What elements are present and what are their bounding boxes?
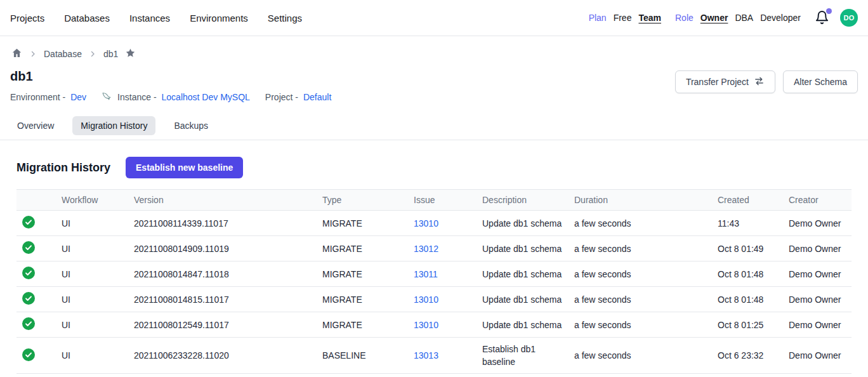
tab-backups[interactable]: Backups: [166, 116, 216, 135]
col-type: Type: [317, 190, 409, 211]
table-row[interactable]: UI 20211006233228.11020 BASELINE 13013 E…: [16, 338, 852, 374]
instance-link[interactable]: Localhost Dev MySQL: [162, 92, 250, 102]
table-header: Workflow Version Type Issue Description …: [16, 190, 852, 211]
issue-link[interactable]: 13010: [414, 218, 438, 228]
environment-link[interactable]: Dev: [70, 92, 86, 102]
transfer-project-button[interactable]: Transfer Project: [675, 70, 775, 93]
creator-cell: Demo Owner: [784, 211, 852, 236]
notification-button[interactable]: [815, 10, 830, 25]
nav-right: Plan Free Team Role Owner DBA Developer …: [589, 9, 858, 27]
issue-link[interactable]: 13012: [414, 244, 438, 254]
issue-link[interactable]: 13013: [414, 350, 438, 360]
duration-value: a few seconds: [574, 320, 631, 330]
establish-baseline-button[interactable]: Establish new baseline: [126, 157, 243, 178]
user-avatar[interactable]: DO: [840, 9, 858, 27]
swap-arrows-icon: [754, 76, 765, 88]
plan-label: Plan: [589, 13, 607, 23]
role-option-dba[interactable]: DBA: [735, 13, 753, 23]
col-description: Description: [477, 190, 569, 211]
created-value: Oct 6 23:32: [718, 350, 763, 360]
database-header-left: db1 Environment - Dev Instance - Localho…: [10, 69, 331, 103]
duration-value: a few seconds: [574, 244, 631, 254]
creator-value: Demo Owner: [789, 244, 841, 254]
issue-link[interactable]: 13010: [414, 294, 438, 305]
table-row[interactable]: UI 20211008014909.11019 MIGRATE 13012 Up…: [16, 236, 852, 261]
notification-dot: [826, 8, 832, 14]
nav-item-environments[interactable]: Environments: [190, 13, 248, 23]
workflow-cell: UI: [56, 338, 129, 374]
creator-value: Demo Owner: [789, 294, 841, 305]
status-cell: [16, 287, 56, 312]
version-cell: 20211008014909.11019: [129, 236, 317, 261]
created-cell: Oct 8 01:49: [713, 236, 784, 261]
nav-item-databases[interactable]: Databases: [64, 13, 110, 23]
alter-schema-button[interactable]: Alter Schema: [783, 70, 858, 93]
table-row[interactable]: UI 20211008014815.11017 MIGRATE 13010 Up…: [16, 287, 852, 312]
database-meta: Environment - Dev Instance - Localhost D…: [10, 91, 331, 103]
role-label: Role: [675, 13, 694, 23]
table-row[interactable]: UI 20211008114339.11017 MIGRATE 13010 Up…: [16, 211, 852, 236]
role-option-developer[interactable]: Developer: [760, 13, 801, 23]
issue-cell: 13013: [409, 338, 477, 374]
creator-value: Demo Owner: [789, 320, 841, 330]
tab-overview[interactable]: Overview: [9, 116, 62, 135]
issue-cell: 13011: [409, 261, 477, 287]
table-row[interactable]: UI 20211008014847.11018 MIGRATE 13011 Up…: [16, 261, 852, 287]
breadcrumb: Database db1: [0, 48, 868, 60]
duration-cell: a few seconds: [569, 236, 713, 261]
type-value: MIGRATE: [322, 320, 362, 330]
description-value: Update db1 schema: [482, 242, 562, 255]
creator-cell: Demo Owner: [784, 261, 852, 287]
plan-option-free[interactable]: Free: [614, 13, 632, 23]
duration-value: a few seconds: [574, 218, 631, 228]
nav-item-instances[interactable]: Instances: [129, 13, 170, 23]
duration-cell: a few seconds: [569, 211, 713, 236]
type-cell: MIGRATE: [317, 312, 409, 338]
type-cell: MIGRATE: [317, 261, 409, 287]
version-cell: 20211006233228.11020: [129, 338, 317, 374]
version-value: 20211008014815.11017: [134, 294, 229, 305]
status-cell: [16, 211, 56, 236]
issue-link[interactable]: 13011: [414, 269, 438, 279]
type-cell: BASELINE: [317, 338, 409, 374]
description-value: Update db1 schema: [482, 319, 562, 331]
created-cell: Oct 8 01:48: [713, 287, 784, 312]
col-version: Version: [129, 190, 317, 211]
created-value: Oct 8 01:49: [718, 244, 763, 254]
issue-cell: 13010: [409, 287, 477, 312]
role-option-owner[interactable]: Owner: [700, 13, 728, 23]
description-value: Update db1 schema: [482, 293, 562, 306]
home-icon[interactable]: [11, 48, 22, 60]
project-link[interactable]: Default: [303, 92, 331, 102]
duration-cell: a few seconds: [569, 338, 713, 374]
status-cell: [16, 338, 56, 374]
col-issue: Issue: [409, 190, 477, 211]
type-cell: MIGRATE: [317, 287, 409, 312]
description-cell: Update db1 schema: [477, 287, 569, 312]
status-cell: [16, 261, 56, 287]
plan-option-team[interactable]: Team: [638, 13, 661, 23]
nav-item-projects[interactable]: Projects: [10, 13, 44, 23]
creator-cell: Demo Owner: [784, 312, 852, 338]
type-value: BASELINE: [322, 350, 365, 360]
status-cell: [16, 236, 56, 261]
breadcrumb-database[interactable]: Database: [44, 49, 82, 59]
workflow-cell: UI: [56, 287, 129, 312]
tab-migration-history[interactable]: Migration History: [72, 116, 155, 135]
workflow-value: UI: [62, 320, 70, 330]
page-title: db1: [10, 69, 331, 84]
environment-label: Environment -: [10, 92, 65, 102]
issue-link[interactable]: 13010: [414, 320, 438, 330]
description-value: Update db1 schema: [482, 217, 562, 230]
col-duration: Duration: [569, 190, 713, 211]
success-check-icon: [22, 317, 35, 330]
creator-cell: Demo Owner: [784, 287, 852, 312]
nav-item-settings[interactable]: Settings: [268, 13, 302, 23]
favorite-star-icon[interactable]: [125, 48, 136, 60]
col-creator: Creator: [784, 190, 852, 211]
table-row[interactable]: UI 20211008012549.11017 MIGRATE 13010 Up…: [16, 312, 852, 338]
version-value: 20211006233228.11020: [134, 350, 229, 360]
created-value: Oct 8 01:48: [718, 294, 763, 305]
version-cell: 20211008014815.11017: [129, 287, 317, 312]
type-cell: MIGRATE: [317, 236, 409, 261]
